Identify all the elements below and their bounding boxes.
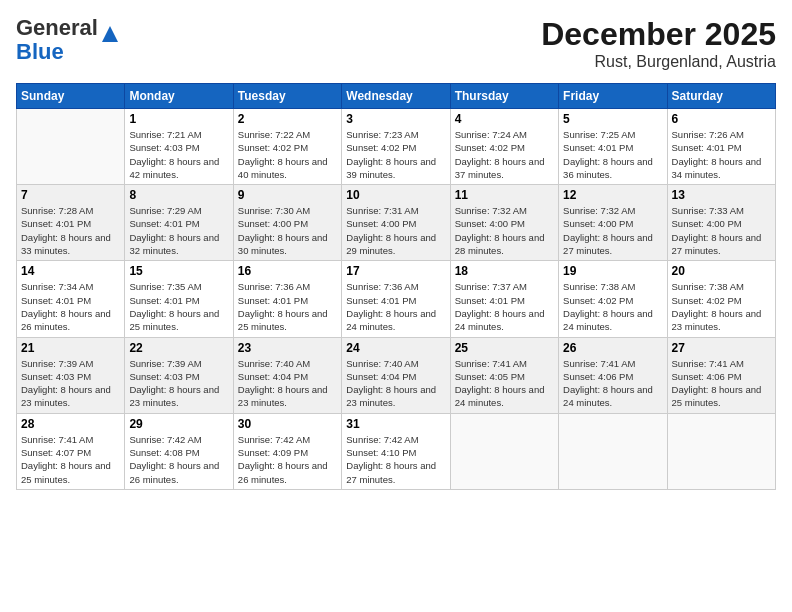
day-number: 18 [455, 264, 554, 278]
day-info: Sunrise: 7:40 AMSunset: 4:04 PMDaylight:… [346, 357, 445, 410]
day-number: 16 [238, 264, 337, 278]
svg-marker-0 [102, 26, 118, 42]
day-info: Sunrise: 7:42 AMSunset: 4:09 PMDaylight:… [238, 433, 337, 486]
day-info: Sunrise: 7:41 AMSunset: 4:07 PMDaylight:… [21, 433, 120, 486]
day-number: 23 [238, 341, 337, 355]
day-number: 4 [455, 112, 554, 126]
table-row: 5Sunrise: 7:25 AMSunset: 4:01 PMDaylight… [559, 109, 667, 185]
table-row: 21Sunrise: 7:39 AMSunset: 4:03 PMDayligh… [17, 337, 125, 413]
day-number: 28 [21, 417, 120, 431]
table-row [667, 413, 775, 489]
day-info: Sunrise: 7:29 AMSunset: 4:01 PMDaylight:… [129, 204, 228, 257]
table-row: 2Sunrise: 7:22 AMSunset: 4:02 PMDaylight… [233, 109, 341, 185]
day-info: Sunrise: 7:31 AMSunset: 4:00 PMDaylight:… [346, 204, 445, 257]
day-info: Sunrise: 7:23 AMSunset: 4:02 PMDaylight:… [346, 128, 445, 181]
table-row: 22Sunrise: 7:39 AMSunset: 4:03 PMDayligh… [125, 337, 233, 413]
day-number: 10 [346, 188, 445, 202]
day-number: 8 [129, 188, 228, 202]
table-row: 26Sunrise: 7:41 AMSunset: 4:06 PMDayligh… [559, 337, 667, 413]
day-number: 6 [672, 112, 771, 126]
day-number: 25 [455, 341, 554, 355]
table-row: 20Sunrise: 7:38 AMSunset: 4:02 PMDayligh… [667, 261, 775, 337]
calendar-table: Sunday Monday Tuesday Wednesday Thursday… [16, 83, 776, 490]
day-number: 22 [129, 341, 228, 355]
table-row: 28Sunrise: 7:41 AMSunset: 4:07 PMDayligh… [17, 413, 125, 489]
day-number: 20 [672, 264, 771, 278]
page: General Blue December 2025 Rust, Burgenl… [0, 0, 792, 612]
table-row: 23Sunrise: 7:40 AMSunset: 4:04 PMDayligh… [233, 337, 341, 413]
day-info: Sunrise: 7:26 AMSunset: 4:01 PMDaylight:… [672, 128, 771, 181]
header-wednesday: Wednesday [342, 84, 450, 109]
day-number: 17 [346, 264, 445, 278]
calendar-subtitle: Rust, Burgenland, Austria [541, 53, 776, 71]
day-info: Sunrise: 7:33 AMSunset: 4:00 PMDaylight:… [672, 204, 771, 257]
day-info: Sunrise: 7:22 AMSunset: 4:02 PMDaylight:… [238, 128, 337, 181]
table-row: 3Sunrise: 7:23 AMSunset: 4:02 PMDaylight… [342, 109, 450, 185]
day-info: Sunrise: 7:42 AMSunset: 4:08 PMDaylight:… [129, 433, 228, 486]
day-info: Sunrise: 7:36 AMSunset: 4:01 PMDaylight:… [238, 280, 337, 333]
day-number: 11 [455, 188, 554, 202]
day-number: 31 [346, 417, 445, 431]
table-row: 12Sunrise: 7:32 AMSunset: 4:00 PMDayligh… [559, 185, 667, 261]
day-info: Sunrise: 7:37 AMSunset: 4:01 PMDaylight:… [455, 280, 554, 333]
header-friday: Friday [559, 84, 667, 109]
table-row: 10Sunrise: 7:31 AMSunset: 4:00 PMDayligh… [342, 185, 450, 261]
day-number: 27 [672, 341, 771, 355]
day-number: 26 [563, 341, 662, 355]
day-info: Sunrise: 7:40 AMSunset: 4:04 PMDaylight:… [238, 357, 337, 410]
table-row: 1Sunrise: 7:21 AMSunset: 4:03 PMDaylight… [125, 109, 233, 185]
day-number: 14 [21, 264, 120, 278]
day-info: Sunrise: 7:24 AMSunset: 4:02 PMDaylight:… [455, 128, 554, 181]
table-row: 24Sunrise: 7:40 AMSunset: 4:04 PMDayligh… [342, 337, 450, 413]
header-monday: Monday [125, 84, 233, 109]
day-number: 3 [346, 112, 445, 126]
day-number: 19 [563, 264, 662, 278]
table-row: 9Sunrise: 7:30 AMSunset: 4:00 PMDaylight… [233, 185, 341, 261]
table-row: 29Sunrise: 7:42 AMSunset: 4:08 PMDayligh… [125, 413, 233, 489]
table-row: 27Sunrise: 7:41 AMSunset: 4:06 PMDayligh… [667, 337, 775, 413]
calendar-week-row: 21Sunrise: 7:39 AMSunset: 4:03 PMDayligh… [17, 337, 776, 413]
day-info: Sunrise: 7:32 AMSunset: 4:00 PMDaylight:… [455, 204, 554, 257]
table-row [450, 413, 558, 489]
day-info: Sunrise: 7:30 AMSunset: 4:00 PMDaylight:… [238, 204, 337, 257]
day-info: Sunrise: 7:32 AMSunset: 4:00 PMDaylight:… [563, 204, 662, 257]
day-number: 24 [346, 341, 445, 355]
table-row: 11Sunrise: 7:32 AMSunset: 4:00 PMDayligh… [450, 185, 558, 261]
day-number: 30 [238, 417, 337, 431]
table-row: 18Sunrise: 7:37 AMSunset: 4:01 PMDayligh… [450, 261, 558, 337]
table-row: 7Sunrise: 7:28 AMSunset: 4:01 PMDaylight… [17, 185, 125, 261]
table-row: 14Sunrise: 7:34 AMSunset: 4:01 PMDayligh… [17, 261, 125, 337]
header-tuesday: Tuesday [233, 84, 341, 109]
table-row: 8Sunrise: 7:29 AMSunset: 4:01 PMDaylight… [125, 185, 233, 261]
calendar-week-row: 28Sunrise: 7:41 AMSunset: 4:07 PMDayligh… [17, 413, 776, 489]
logo: General Blue [16, 16, 120, 64]
day-info: Sunrise: 7:25 AMSunset: 4:01 PMDaylight:… [563, 128, 662, 181]
table-row: 19Sunrise: 7:38 AMSunset: 4:02 PMDayligh… [559, 261, 667, 337]
day-info: Sunrise: 7:39 AMSunset: 4:03 PMDaylight:… [129, 357, 228, 410]
day-number: 12 [563, 188, 662, 202]
day-number: 7 [21, 188, 120, 202]
day-info: Sunrise: 7:34 AMSunset: 4:01 PMDaylight:… [21, 280, 120, 333]
table-row: 25Sunrise: 7:41 AMSunset: 4:05 PMDayligh… [450, 337, 558, 413]
header-thursday: Thursday [450, 84, 558, 109]
day-number: 21 [21, 341, 120, 355]
table-row: 30Sunrise: 7:42 AMSunset: 4:09 PMDayligh… [233, 413, 341, 489]
table-row: 17Sunrise: 7:36 AMSunset: 4:01 PMDayligh… [342, 261, 450, 337]
table-row: 13Sunrise: 7:33 AMSunset: 4:00 PMDayligh… [667, 185, 775, 261]
day-info: Sunrise: 7:41 AMSunset: 4:06 PMDaylight:… [672, 357, 771, 410]
title-block: December 2025 Rust, Burgenland, Austria [541, 16, 776, 71]
day-info: Sunrise: 7:38 AMSunset: 4:02 PMDaylight:… [672, 280, 771, 333]
calendar-week-row: 7Sunrise: 7:28 AMSunset: 4:01 PMDaylight… [17, 185, 776, 261]
day-info: Sunrise: 7:41 AMSunset: 4:06 PMDaylight:… [563, 357, 662, 410]
day-number: 2 [238, 112, 337, 126]
logo-blue: Blue [16, 39, 64, 64]
day-info: Sunrise: 7:41 AMSunset: 4:05 PMDaylight:… [455, 357, 554, 410]
table-row: 6Sunrise: 7:26 AMSunset: 4:01 PMDaylight… [667, 109, 775, 185]
calendar-title: December 2025 [541, 16, 776, 53]
day-info: Sunrise: 7:35 AMSunset: 4:01 PMDaylight:… [129, 280, 228, 333]
calendar-week-row: 1Sunrise: 7:21 AMSunset: 4:03 PMDaylight… [17, 109, 776, 185]
table-row: 4Sunrise: 7:24 AMSunset: 4:02 PMDaylight… [450, 109, 558, 185]
calendar-week-row: 14Sunrise: 7:34 AMSunset: 4:01 PMDayligh… [17, 261, 776, 337]
calendar-header-row: Sunday Monday Tuesday Wednesday Thursday… [17, 84, 776, 109]
logo-icon [100, 24, 120, 44]
